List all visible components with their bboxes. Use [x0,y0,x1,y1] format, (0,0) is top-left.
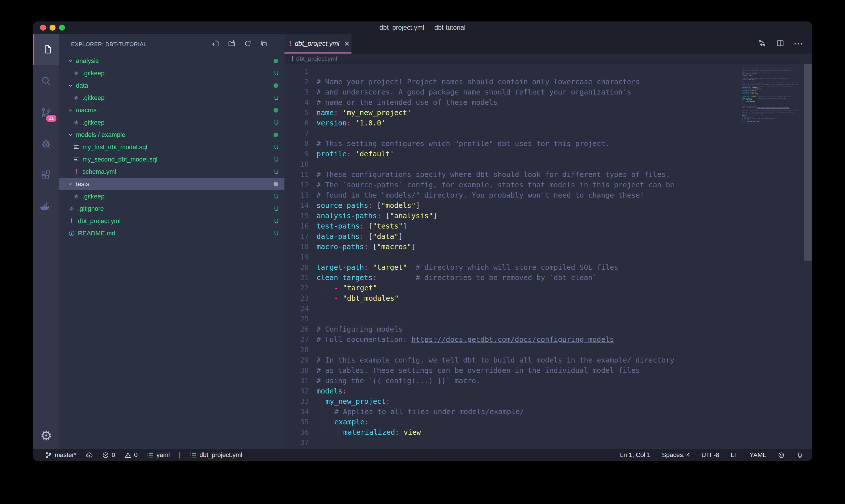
status-notifications[interactable] [796,452,804,459]
file-my-second-dbt-model[interactable]: my_second_dbt_model.sqlU [59,153,284,165]
status-outline-language[interactable]: yaml [147,451,169,459]
tab-dbt-project-yml[interactable]: ! dbt_project.yml ✕ [284,34,352,54]
code-line[interactable]: 9profile: 'default' [284,149,812,159]
activity-extensions[interactable] [33,160,59,191]
open-changes-button[interactable] [758,39,766,49]
code-line[interactable]: 13# found in the "models/" directory. Yo… [284,190,812,200]
code-line[interactable]: 32models: [284,386,812,396]
activity-docker[interactable] [33,191,59,223]
file-gitkeep-tests[interactable]: .gitkeepU [59,190,284,202]
breadcrumb[interactable]: ! dbt_project.yml [284,54,812,64]
code-line[interactable]: 23 - "dbt_modules" [284,293,812,304]
code-line[interactable]: 12# The `source-paths` config, for examp… [284,180,812,190]
file-my-first-dbt-model[interactable]: my_first_dbt_model.sqlU [59,141,284,153]
folder-data[interactable]: data [59,79,284,92]
code-line[interactable]: 15analysis-paths: ["analysis"] [284,211,812,221]
folder-status-dot [273,108,278,112]
code-line[interactable]: 21clean-targets: # directories to be rem… [284,273,812,283]
code-line[interactable]: 19 [284,252,812,262]
file-gitkeep-analysis[interactable]: .gitkeepU [59,67,284,79]
code-line[interactable]: 10 [284,159,812,169]
status-encoding[interactable]: UTF-8 [701,451,719,459]
status-language-mode[interactable]: YAML [750,451,766,459]
status-cursor-position[interactable]: Ln 1, Col 1 [620,451,650,459]
code-line[interactable]: 4# name or the intended use of these mod… [284,97,812,108]
minimap[interactable]: # Name your project! Project names shoul… [742,67,801,124]
code-line[interactable]: 35 example: [284,417,812,427]
status-eol[interactable]: LF [731,451,738,459]
status-branch-indicator[interactable]: master* [45,451,76,459]
file-gitignore[interactable]: .gitignoreU [59,202,284,215]
code-line[interactable]: 16test-paths: ["tests"] [284,221,812,231]
code-line[interactable]: 18macro-paths: ["macros"] [284,242,812,252]
line-content: # Applies to all files under models/exam… [309,407,524,417]
code-line[interactable]: 3# and underscores. A good package name … [284,87,812,97]
activity-explorer[interactable] [33,34,59,65]
code-line[interactable]: 20target-path: "target" # directory whic… [284,262,812,273]
minimize-window-button[interactable] [50,25,56,31]
status-feedback[interactable] [778,452,785,459]
status-problems-warnings[interactable]: 0 [124,451,138,459]
git-untracked-badge: U [274,230,279,237]
code-line[interactable]: 22 - "target" [284,283,812,293]
code-line[interactable]: 5name: 'my_new_project' [284,108,812,118]
status-problems-errors[interactable]: 0 [102,451,115,459]
activity-run-debug[interactable] [33,128,59,160]
code-line[interactable]: 37 [284,437,812,448]
new-file-button[interactable] [212,39,220,49]
activity-search[interactable] [33,65,59,97]
code-line[interactable]: 27# Full documentation: https://docs.get… [284,335,812,345]
folder-analysis[interactable]: analysis [59,55,284,67]
file-gitkeep-macros[interactable]: .gitkeepU [59,116,284,129]
chevron-down-icon[interactable] [67,58,74,64]
code-line[interactable]: 29# In this example config, we tell dbt … [284,355,812,365]
code-line[interactable]: 1 [284,67,812,77]
status-indentation[interactable]: Spaces: 4 [662,451,690,459]
file-gitkeep-data[interactable]: .gitkeepU [59,92,284,104]
scrollbar-thumb[interactable] [804,64,812,261]
explorer-header: EXPLORER: DBT-TUTORIAL [59,34,284,55]
code-line[interactable]: 7 [284,128,812,139]
status-outline-file[interactable]: dbt_project.yml [190,451,242,459]
code-line[interactable]: 30# as tables. These settings can be ove… [284,365,812,376]
code-line[interactable]: 24 [284,304,812,314]
scrollbar[interactable] [804,64,812,449]
file-readme[interactable]: README.mdU [59,227,284,239]
code-line[interactable]: 28 [284,345,812,355]
code-line[interactable]: 8# This setting configures which "profil… [284,139,812,149]
code-line[interactable]: 31# using the `{{ config(...) }}` macro. [284,376,812,386]
folder-macros[interactable]: macros [59,104,284,116]
folder-tests[interactable]: tests [59,178,284,190]
code-editor[interactable]: 12# Name your project! Project names sho… [284,64,812,449]
chevron-down-icon[interactable] [67,107,74,113]
more-actions-button[interactable]: ⋯ [794,39,803,48]
zoom-window-button[interactable] [59,25,65,31]
code-line[interactable]: 6version: '1.0.0' [284,118,812,128]
file-dbt-project-yml[interactable]: !dbt_project.ymlU [59,215,284,227]
code-line[interactable]: 26# Configuring models [284,324,812,335]
breadcrumb-file[interactable]: dbt_project.yml [296,55,337,62]
folder-models-example[interactable]: models / example [59,129,284,141]
refresh-explorer-button[interactable] [244,39,252,49]
code-line[interactable]: 33 my_new_project: [284,396,812,407]
file-schema-yml[interactable]: !schema.ymlU [59,165,284,178]
collapse-folders-button[interactable] [260,39,268,49]
code-line[interactable]: 17data-paths: ["data"] [284,231,812,242]
code-line[interactable]: 2# Name your project! Project names shou… [284,77,812,87]
split-editor-button[interactable] [776,39,785,49]
status-sync-button[interactable] [86,452,93,459]
activity-source-control[interactable]: 11 [33,97,59,128]
code-line[interactable]: 25 [284,314,812,324]
code-line[interactable]: 34 # Applies to all files under models/e… [284,407,812,417]
code-line[interactable]: 11# These configurations specify where d… [284,169,812,180]
chevron-down-icon[interactable] [67,181,74,187]
close-window-button[interactable] [40,25,46,31]
new-folder-button[interactable] [228,39,236,49]
code-line[interactable]: 14source-paths: ["models"] [284,200,812,211]
chevron-down-icon[interactable] [67,83,74,89]
chevron-down-icon[interactable] [67,132,74,138]
close-tab-icon[interactable]: ✕ [344,40,350,48]
code-line[interactable]: 36 materialized: view [284,427,812,437]
title-bar[interactable]: dbt_project.yml — dbt-tutorial [33,21,812,34]
activity-settings[interactable]: ⚙ [33,422,59,449]
